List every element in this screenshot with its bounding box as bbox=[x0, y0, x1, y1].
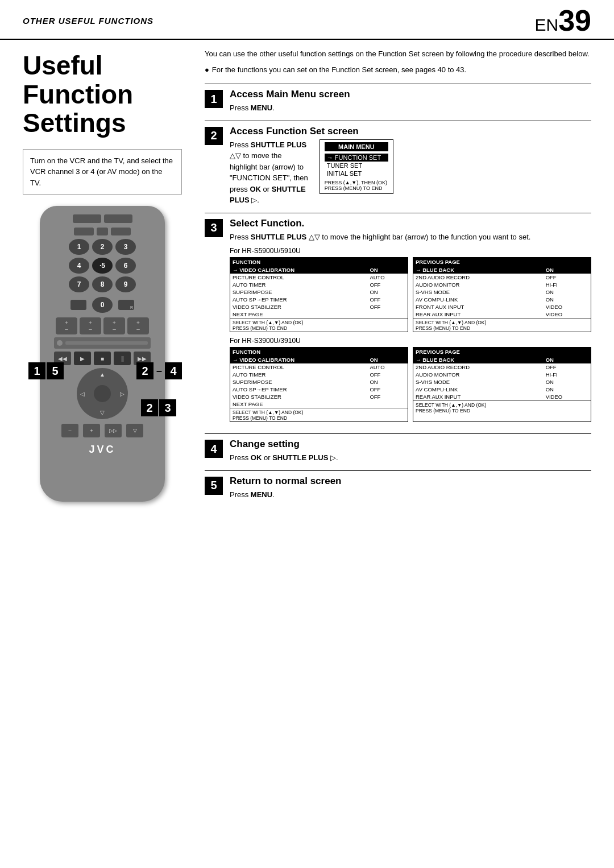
step-3-num: 3 bbox=[205, 219, 223, 237]
func-row-front-aux-1: FRONT AUX INPUTVIDEO bbox=[413, 303, 591, 311]
func-table-1-left-header: FUNCTION bbox=[230, 258, 408, 266]
table-section-1: For HR-S5900U/5910U FUNCTION bbox=[230, 247, 591, 332]
stop-btn: ■ bbox=[94, 352, 111, 365]
callout-1: 1 bbox=[28, 362, 45, 379]
num-btn-3: 3 bbox=[115, 239, 136, 255]
pause-btn: ‖ bbox=[114, 352, 131, 365]
step-4-num: 4 bbox=[205, 440, 223, 458]
menu-item-initial-set: INITIAL SET bbox=[325, 170, 388, 177]
menu-item-function-set: → FUNCTION SET bbox=[325, 154, 388, 162]
func-table-2-right-footer: SELECT WITH (▲,▼) AND (OK)PRESS (MENU) T… bbox=[413, 401, 591, 415]
step-1: 1 Access Main Menu screen Press MENU. bbox=[205, 84, 591, 118]
func-table-2-right: PREVIOUS PAGE → BLUE BACKON 2ND AUDIO RE… bbox=[413, 347, 591, 422]
step-4-title: Change setting bbox=[230, 439, 591, 450]
nav-ring: ▲ ▽ ◁ ▷ bbox=[77, 368, 128, 419]
vol-btn-1: +– bbox=[56, 317, 77, 334]
num-btn-1: 1 bbox=[69, 239, 89, 255]
step-1-content: Access Main Menu screen Press MENU. bbox=[230, 89, 591, 114]
step-2-num: 2 bbox=[205, 127, 223, 145]
nav-left: ◁ bbox=[80, 391, 85, 397]
func-row-blue-back-1: → BLUE BACKON bbox=[413, 266, 591, 274]
menu-title-bar: MAIN MENU bbox=[325, 142, 388, 151]
table-label-2: For HR-S3900U/3910U bbox=[230, 337, 591, 345]
vol-btn-4: +– bbox=[127, 317, 149, 334]
main-menu-diagram: MAIN MENU → FUNCTION SET TUNER SET INITI… bbox=[320, 139, 393, 194]
en-label: EN bbox=[534, 15, 558, 34]
func-row-svhs-2: S-VHS MODEON bbox=[413, 378, 591, 386]
bullet-text: For the functions you can set on the Fun… bbox=[205, 64, 591, 76]
num-btn-0: 0 bbox=[92, 297, 113, 313]
func-tables-1: FUNCTION → VIDEO CALIBRATIONON PICTURE C… bbox=[230, 257, 591, 332]
sub-nav-btn-1: – bbox=[61, 424, 78, 437]
callout-2a: 2 bbox=[136, 362, 154, 379]
step-3-body: Press SHUTTLE PLUS △▽ to move the highli… bbox=[230, 232, 591, 243]
func-row-auto-sp-1: AUTO SP→EP TIMEROFF bbox=[230, 296, 408, 303]
func-tables-2: FUNCTION → VIDEO CALIBRATIONON PICTURE C… bbox=[230, 347, 591, 422]
sub-nav-btn-4: ▽ bbox=[126, 424, 143, 437]
step-1-body: Press MENU. bbox=[230, 102, 591, 114]
page-title: Useful Function Settings bbox=[23, 51, 182, 138]
func-table-1-right-header: PREVIOUS PAGE bbox=[413, 258, 591, 266]
nav-down: ▽ bbox=[100, 410, 105, 416]
num-btn-6: 6 bbox=[115, 258, 136, 274]
func-row-superimpose-1: SUPERIMPOSEON bbox=[230, 288, 408, 296]
step-3-title: Select Function. bbox=[230, 218, 591, 229]
step-1-num: 1 bbox=[205, 90, 223, 108]
num-btn-7: 7 bbox=[69, 276, 89, 292]
step-5-num: 5 bbox=[205, 477, 223, 495]
remote-top-btn-1 bbox=[73, 214, 101, 223]
step-2-title: Access Function Set screen bbox=[230, 126, 591, 137]
vol-row-1: +– +– +– +– bbox=[56, 317, 149, 334]
func-row-2nd-audio-1: 2ND AUDIO RECORDOFF bbox=[413, 274, 591, 281]
callout-4: 4 bbox=[165, 362, 182, 379]
func-row-auto-timer-2: AUTO TIMEROFF bbox=[230, 371, 408, 378]
step-5-title: Return to normal screen bbox=[230, 476, 591, 487]
nav-right: ▷ bbox=[120, 391, 125, 397]
step-4-content: Change setting Press OK or SHUTTLE PLUS … bbox=[230, 439, 591, 464]
remote-body: 1 2 3 4 ·5 6 7 8 9 0 R bbox=[40, 206, 165, 502]
menu-note: PRESS (▲,▼), THEN (OK)PRESS (MENU) TO EN… bbox=[325, 180, 388, 191]
num-btn-5: ·5 bbox=[92, 258, 113, 274]
table-label-1: For HR-S5900U/5910U bbox=[230, 247, 591, 255]
func-table-1-right: PREVIOUS PAGE → BLUE BACKON 2ND AUDIO RE… bbox=[413, 257, 591, 332]
callout-2b: 2 bbox=[141, 399, 158, 416]
func-table-2-right-header: PREVIOUS PAGE bbox=[413, 348, 591, 356]
right-column: You can use the other useful function se… bbox=[193, 40, 614, 518]
func-row-auto-sp-2: AUTO SP→EP TIMEROFF bbox=[230, 386, 408, 393]
zero-row: 0 R bbox=[70, 297, 134, 313]
step-5-content: Return to normal screen Press MENU. bbox=[230, 476, 591, 501]
func-row-next-1: NEXT PAGE bbox=[230, 311, 408, 319]
section-title: OTHER USEFUL FUNCTIONS bbox=[23, 16, 154, 26]
menu-item-tuner-set: TUNER SET bbox=[325, 162, 388, 170]
sub-nav-btn-3: ▷▷ bbox=[105, 424, 122, 437]
func-table-2-left: FUNCTION → VIDEO CALIBRATIONON PICTURE C… bbox=[230, 347, 408, 422]
callout-5: 5 bbox=[47, 362, 64, 379]
step-3: 3 Select Function. Press SHUTTLE PLUS △▽… bbox=[205, 213, 591, 432]
func-row-pic-ctrl-1: PICTURE CONTROLAUTO bbox=[230, 274, 408, 281]
step-1-title: Access Main Menu screen bbox=[230, 89, 591, 100]
remote-illustration: 1 5 2 – 4 2 3 bbox=[23, 206, 182, 502]
func-table-2-left-header: FUNCTION bbox=[230, 348, 408, 356]
play-btn: ▶ bbox=[74, 352, 91, 365]
func-row-2nd-audio-2: 2ND AUDIO RECORDOFF bbox=[413, 363, 591, 371]
num-btn-2: 2 bbox=[92, 239, 113, 255]
step-2-body: Press SHUTTLE PLUS △▽ to move the highli… bbox=[230, 139, 308, 206]
func-row-video-cal-1: → VIDEO CALIBRATIONON bbox=[230, 266, 408, 274]
func-row-vid-stab-1: VIDEO STABILIZEROFF bbox=[230, 303, 408, 311]
step-2: 2 Access Function Set screen Press SHUTT… bbox=[205, 121, 591, 210]
func-row-svhs-1: S-VHS MODEON bbox=[413, 288, 591, 296]
step-4: 4 Change setting Press OK or SHUTTLE PLU… bbox=[205, 433, 591, 468]
nav-center bbox=[94, 385, 111, 402]
func-row-av-comp-1: AV COMPU-LINKON bbox=[413, 296, 591, 303]
func-row-rear-aux-2: REAR AUX INPUTVIDEO bbox=[413, 393, 591, 401]
right-intro-text: You can use the other useful function se… bbox=[205, 48, 591, 60]
main-content: Useful Function Settings Turn on the VCR… bbox=[0, 40, 614, 518]
func-row-video-cal-2: → VIDEO CALIBRATIONON bbox=[230, 356, 408, 363]
func-row-blue-back-2: → BLUE BACKON bbox=[413, 356, 591, 363]
remote-top-btn-2 bbox=[104, 214, 132, 223]
indicator-bar bbox=[54, 337, 151, 349]
func-row-audio-mon-2: AUDIO MONITORHI-FI bbox=[413, 371, 591, 378]
remote-brand: JVC bbox=[89, 444, 115, 456]
remote-mid-btn-3 bbox=[111, 228, 131, 235]
func-row-superimpose-2: SUPERIMPOSEON bbox=[230, 378, 408, 386]
